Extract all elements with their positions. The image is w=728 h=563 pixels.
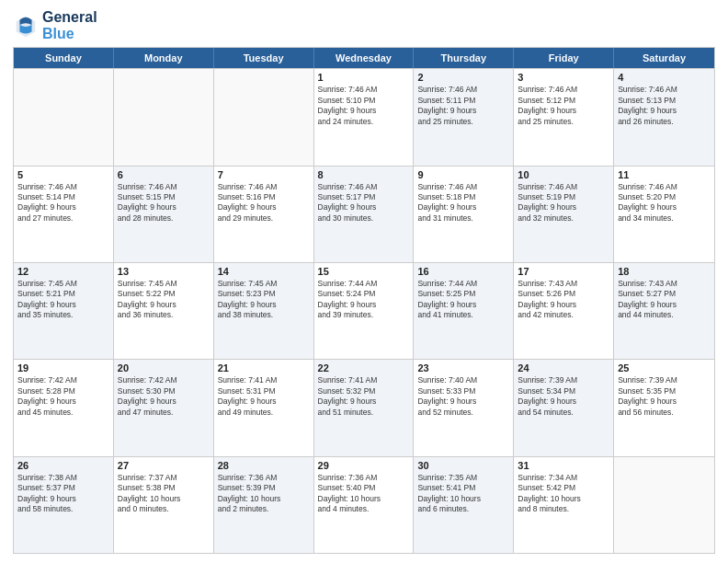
cal-cell: 9Sunrise: 7:46 AM Sunset: 5:18 PM Daylig… xyxy=(414,167,514,262)
cell-info: Sunrise: 7:46 AM Sunset: 5:15 PM Dayligh… xyxy=(118,182,210,224)
cell-info: Sunrise: 7:46 AM Sunset: 5:16 PM Dayligh… xyxy=(218,182,310,224)
day-number: 23 xyxy=(417,362,509,373)
day-number: 12 xyxy=(17,266,109,277)
cal-cell: 17Sunrise: 7:43 AM Sunset: 5:26 PM Dayli… xyxy=(514,263,614,359)
cell-info: Sunrise: 7:46 AM Sunset: 5:19 PM Dayligh… xyxy=(518,182,609,224)
cal-cell: 20Sunrise: 7:42 AM Sunset: 5:30 PM Dayli… xyxy=(114,360,214,455)
cal-cell xyxy=(114,69,214,165)
cal-cell: 31Sunrise: 7:34 AM Sunset: 5:42 PM Dayli… xyxy=(514,457,614,553)
calendar-row-4: 26Sunrise: 7:38 AM Sunset: 5:37 PM Dayli… xyxy=(14,456,714,553)
cell-info: Sunrise: 7:46 AM Sunset: 5:18 PM Dayligh… xyxy=(417,182,509,224)
calendar-row-0: 1Sunrise: 7:46 AM Sunset: 5:10 PM Daylig… xyxy=(14,68,714,165)
day-number: 14 xyxy=(218,266,310,277)
cal-cell: 14Sunrise: 7:45 AM Sunset: 5:23 PM Dayli… xyxy=(214,263,314,359)
cal-cell: 25Sunrise: 7:39 AM Sunset: 5:35 PM Dayli… xyxy=(614,360,714,455)
header-sunday: Sunday xyxy=(14,48,114,68)
cell-info: Sunrise: 7:41 AM Sunset: 5:31 PM Dayligh… xyxy=(218,375,310,418)
cell-info: Sunrise: 7:37 AM Sunset: 5:38 PM Dayligh… xyxy=(118,473,210,515)
day-number: 8 xyxy=(318,169,410,180)
cal-cell: 26Sunrise: 7:38 AM Sunset: 5:37 PM Dayli… xyxy=(14,457,114,553)
header: General Blue xyxy=(13,9,715,41)
cal-cell: 27Sunrise: 7:37 AM Sunset: 5:38 PM Dayli… xyxy=(114,457,214,553)
day-number: 18 xyxy=(618,266,711,277)
cal-cell: 15Sunrise: 7:44 AM Sunset: 5:24 PM Dayli… xyxy=(314,263,415,359)
day-number: 20 xyxy=(118,362,210,373)
cell-info: Sunrise: 7:45 AM Sunset: 5:22 PM Dayligh… xyxy=(118,279,210,321)
calendar-page: General Blue Sunday Monday Tuesday Wedne… xyxy=(0,0,728,563)
day-number: 1 xyxy=(318,72,410,83)
day-number: 28 xyxy=(218,460,310,471)
cell-info: Sunrise: 7:46 AM Sunset: 5:13 PM Dayligh… xyxy=(618,85,711,127)
day-number: 25 xyxy=(618,362,711,373)
cell-info: Sunrise: 7:39 AM Sunset: 5:35 PM Dayligh… xyxy=(618,375,711,418)
calendar-row-2: 12Sunrise: 7:45 AM Sunset: 5:21 PM Dayli… xyxy=(14,262,714,359)
header-wednesday: Wednesday xyxy=(314,48,415,68)
cell-info: Sunrise: 7:34 AM Sunset: 5:42 PM Dayligh… xyxy=(518,473,609,515)
header-tuesday: Tuesday xyxy=(214,48,314,68)
cal-cell: 23Sunrise: 7:40 AM Sunset: 5:33 PM Dayli… xyxy=(414,360,514,455)
calendar-row-3: 19Sunrise: 7:42 AM Sunset: 5:28 PM Dayli… xyxy=(14,359,714,455)
logo: General Blue xyxy=(13,9,97,41)
header-thursday: Thursday xyxy=(414,48,514,68)
cell-info: Sunrise: 7:46 AM Sunset: 5:20 PM Dayligh… xyxy=(618,182,711,224)
header-monday: Monday xyxy=(114,48,214,68)
calendar-body: 1Sunrise: 7:46 AM Sunset: 5:10 PM Daylig… xyxy=(14,68,714,553)
cell-info: Sunrise: 7:39 AM Sunset: 5:34 PM Dayligh… xyxy=(518,375,609,418)
day-number: 13 xyxy=(118,266,210,277)
cell-info: Sunrise: 7:42 AM Sunset: 5:28 PM Dayligh… xyxy=(17,375,109,418)
cal-cell: 29Sunrise: 7:36 AM Sunset: 5:40 PM Dayli… xyxy=(314,457,415,553)
day-number: 31 xyxy=(518,460,609,471)
cell-info: Sunrise: 7:42 AM Sunset: 5:30 PM Dayligh… xyxy=(118,375,210,418)
day-number: 30 xyxy=(417,460,509,471)
cal-cell: 30Sunrise: 7:35 AM Sunset: 5:41 PM Dayli… xyxy=(414,457,514,553)
cell-info: Sunrise: 7:40 AM Sunset: 5:33 PM Dayligh… xyxy=(417,375,509,418)
calendar-header: Sunday Monday Tuesday Wednesday Thursday… xyxy=(14,48,714,68)
cell-info: Sunrise: 7:43 AM Sunset: 5:26 PM Dayligh… xyxy=(518,279,609,321)
day-number: 10 xyxy=(518,169,609,180)
day-number: 24 xyxy=(518,362,609,373)
day-number: 29 xyxy=(318,460,410,471)
day-number: 26 xyxy=(17,460,109,471)
cal-cell: 18Sunrise: 7:43 AM Sunset: 5:27 PM Dayli… xyxy=(614,263,714,359)
cell-info: Sunrise: 7:35 AM Sunset: 5:41 PM Dayligh… xyxy=(417,473,509,515)
day-number: 27 xyxy=(118,460,210,471)
cal-cell: 16Sunrise: 7:44 AM Sunset: 5:25 PM Dayli… xyxy=(414,263,514,359)
cal-cell xyxy=(614,457,714,553)
cal-cell: 5Sunrise: 7:46 AM Sunset: 5:14 PM Daylig… xyxy=(14,167,114,262)
cell-info: Sunrise: 7:44 AM Sunset: 5:24 PM Dayligh… xyxy=(318,279,410,321)
cal-cell: 24Sunrise: 7:39 AM Sunset: 5:34 PM Dayli… xyxy=(514,360,614,455)
day-number: 9 xyxy=(417,169,509,180)
cal-cell xyxy=(14,69,114,165)
day-number: 4 xyxy=(618,72,711,83)
day-number: 2 xyxy=(417,72,509,83)
day-number: 5 xyxy=(17,169,109,180)
cell-info: Sunrise: 7:36 AM Sunset: 5:39 PM Dayligh… xyxy=(218,473,310,515)
cell-info: Sunrise: 7:46 AM Sunset: 5:12 PM Dayligh… xyxy=(518,85,609,127)
cell-info: Sunrise: 7:45 AM Sunset: 5:23 PM Dayligh… xyxy=(218,279,310,321)
day-number: 3 xyxy=(518,72,609,83)
cal-cell: 7Sunrise: 7:46 AM Sunset: 5:16 PM Daylig… xyxy=(214,167,314,262)
cal-cell: 10Sunrise: 7:46 AM Sunset: 5:19 PM Dayli… xyxy=(514,167,614,262)
day-number: 19 xyxy=(17,362,109,373)
day-number: 11 xyxy=(618,169,711,180)
cell-info: Sunrise: 7:46 AM Sunset: 5:11 PM Dayligh… xyxy=(417,85,509,127)
cal-cell: 22Sunrise: 7:41 AM Sunset: 5:32 PM Dayli… xyxy=(314,360,415,455)
day-number: 16 xyxy=(417,266,509,277)
cal-cell: 6Sunrise: 7:46 AM Sunset: 5:15 PM Daylig… xyxy=(114,167,214,262)
cal-cell: 13Sunrise: 7:45 AM Sunset: 5:22 PM Dayli… xyxy=(114,263,214,359)
cal-cell: 3Sunrise: 7:46 AM Sunset: 5:12 PM Daylig… xyxy=(514,69,614,165)
cal-cell: 12Sunrise: 7:45 AM Sunset: 5:21 PM Dayli… xyxy=(14,263,114,359)
cell-info: Sunrise: 7:46 AM Sunset: 5:10 PM Dayligh… xyxy=(318,85,410,127)
cell-info: Sunrise: 7:46 AM Sunset: 5:14 PM Dayligh… xyxy=(17,182,109,224)
cell-info: Sunrise: 7:46 AM Sunset: 5:17 PM Dayligh… xyxy=(318,182,410,224)
day-number: 7 xyxy=(218,169,310,180)
cal-cell: 19Sunrise: 7:42 AM Sunset: 5:28 PM Dayli… xyxy=(14,360,114,455)
day-number: 21 xyxy=(218,362,310,373)
day-number: 22 xyxy=(318,362,410,373)
cal-cell: 8Sunrise: 7:46 AM Sunset: 5:17 PM Daylig… xyxy=(314,167,415,262)
cell-info: Sunrise: 7:36 AM Sunset: 5:40 PM Dayligh… xyxy=(318,473,410,515)
logo-icon xyxy=(13,13,39,39)
cal-cell xyxy=(214,69,314,165)
logo-text: General Blue xyxy=(42,9,97,41)
cal-cell: 28Sunrise: 7:36 AM Sunset: 5:39 PM Dayli… xyxy=(214,457,314,553)
